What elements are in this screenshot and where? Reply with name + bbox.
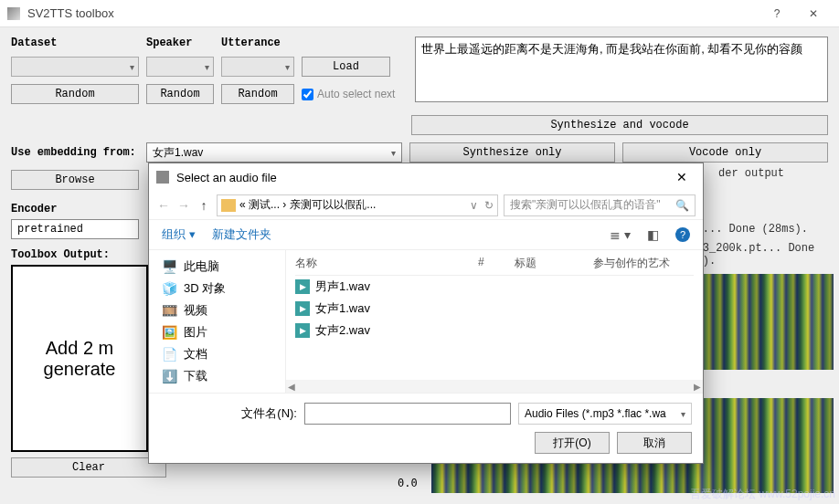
- organize-button[interactable]: 组织 ▾: [162, 226, 196, 243]
- file-list[interactable]: 名称 # 标题 参与创作的艺术 ▶男声1.wav ▶女声1.wav ▶女声2.w…: [286, 250, 703, 393]
- file-filter-combo[interactable]: Audio Files (*.mp3 *.flac *.wa: [518, 403, 692, 425]
- sidebar-item-documents[interactable]: 📄文档: [149, 343, 285, 365]
- vocode-only-button[interactable]: Vocode only: [622, 142, 828, 163]
- dataset-random-button[interactable]: Random: [11, 84, 139, 104]
- nav-up-icon[interactable]: ↑: [196, 198, 211, 213]
- speaker-combo[interactable]: [146, 57, 214, 77]
- speaker-random-button[interactable]: Random: [146, 84, 214, 104]
- sidebar-tree[interactable]: 🖥️此电脑 🧊3D 对象 🎞️视频 🖼️图片 📄文档 ⬇️下载: [149, 250, 286, 393]
- sidebar-item-videos[interactable]: 🎞️视频: [149, 299, 285, 321]
- sidebar-item-pictures[interactable]: 🖼️图片: [149, 321, 285, 343]
- utterance-label: Utterance: [221, 37, 294, 49]
- dialog-close-button[interactable]: ✕: [668, 170, 696, 184]
- text-input[interactable]: [415, 37, 828, 102]
- auto-select-checkbox[interactable]: Auto select next: [302, 88, 395, 100]
- toolbox-output-canvas: Add 2 m generate: [11, 265, 148, 452]
- nav-forward-icon[interactable]: →: [176, 198, 191, 213]
- clear-button[interactable]: Clear: [11, 457, 166, 478]
- embedding-combo[interactable]: 女声1.wav: [146, 142, 402, 163]
- load-button[interactable]: Load: [302, 57, 390, 77]
- sidebar-item-pc[interactable]: 🖥️此电脑: [149, 256, 285, 278]
- sidebar-item-downloads[interactable]: ⬇️下载: [149, 365, 285, 387]
- speaker-label: Speaker: [146, 37, 214, 49]
- open-button[interactable]: 打开(O): [535, 432, 610, 454]
- scroll-left-icon[interactable]: ◀: [288, 382, 295, 392]
- list-item[interactable]: ▶女声2.wav: [295, 320, 694, 341]
- dialog-title: Select an audio file: [176, 171, 668, 184]
- col-num[interactable]: #: [478, 256, 515, 271]
- dataset-label: Dataset: [11, 37, 139, 49]
- help-icon[interactable]: ?: [675, 227, 690, 242]
- utterance-random-button[interactable]: Random: [221, 84, 294, 104]
- dialog-icon: [156, 171, 169, 184]
- sidebar-item-3d[interactable]: 🧊3D 对象: [149, 278, 285, 299]
- nav-back-icon[interactable]: ←: [156, 198, 171, 213]
- filename-label: 文件名(N):: [160, 405, 297, 422]
- view-list-icon[interactable]: ≣ ▾: [610, 227, 631, 242]
- col-title[interactable]: 标题: [515, 256, 593, 271]
- folder-icon: [221, 199, 236, 212]
- utterance-combo[interactable]: [221, 57, 294, 77]
- list-item[interactable]: ▶女声1.wav: [295, 298, 694, 320]
- list-item[interactable]: ▶男声1.wav: [295, 276, 694, 298]
- vocoder-output-label: der output: [718, 167, 784, 180]
- scroll-right-icon[interactable]: ▶: [694, 382, 701, 392]
- search-input[interactable]: 搜索"亲测可以以假乱真的语音" 🔍: [504, 194, 696, 216]
- cancel-button[interactable]: 取消: [617, 432, 692, 454]
- synthesize-vocode-button[interactable]: Synthesize and vocode: [411, 115, 828, 135]
- dataset-combo[interactable]: [11, 57, 139, 77]
- path-breadcrumb[interactable]: « 测试... › 亲测可以以假乱... ∨ ↻: [217, 194, 498, 216]
- browse-button[interactable]: Browse: [11, 170, 139, 190]
- encoder-value[interactable]: pretrained: [11, 219, 139, 239]
- window-title: SV2TTS toolbox: [27, 6, 759, 20]
- view-pane-icon[interactable]: ◧: [647, 227, 659, 242]
- col-name[interactable]: 名称: [295, 256, 478, 271]
- watermark: 吾爱破解论坛 www.52pojie.cn: [690, 487, 835, 502]
- axis-zero: 0.0: [398, 477, 418, 489]
- app-icon: [7, 7, 20, 20]
- embedding-label: Use embedding from:: [11, 146, 139, 159]
- col-artist[interactable]: 参与创作的艺术: [593, 256, 694, 271]
- synthesize-only-button[interactable]: Synthesize only: [409, 142, 615, 163]
- audio-icon: ▶: [295, 279, 310, 294]
- filename-input[interactable]: [304, 403, 511, 425]
- new-folder-button[interactable]: 新建文件夹: [212, 226, 271, 243]
- help-button[interactable]: ?: [759, 0, 795, 27]
- search-icon: 🔍: [675, 199, 689, 212]
- audio-icon: ▶: [295, 301, 310, 316]
- scrollbar-horizontal[interactable]: ◀ ▶: [286, 380, 703, 393]
- file-open-dialog: Select an audio file ✕ ← → ↑ « 测试... › 亲…: [148, 163, 704, 464]
- close-button[interactable]: ✕: [795, 0, 832, 27]
- audio-icon: ▶: [295, 323, 310, 338]
